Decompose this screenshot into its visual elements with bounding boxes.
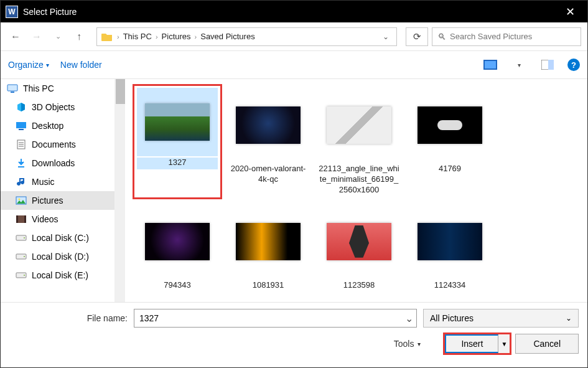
tree-item[interactable]: Pictures <box>1 191 125 210</box>
new-folder-button[interactable]: New folder <box>60 60 102 70</box>
pc-icon <box>7 83 18 94</box>
nav-tree[interactable]: This PC3D ObjectsDesktopDocumentsDownloa… <box>1 79 125 302</box>
address-bar[interactable]: › This PC › Pictures › Saved Pictures ⌄ <box>96 27 397 46</box>
chevron-right-icon: › <box>152 33 162 40</box>
chevron-right-icon: › <box>191 33 201 40</box>
file-thumbnail[interactable]: 41769 <box>406 85 493 198</box>
file-thumbnail[interactable]: 794343 <box>134 202 221 293</box>
word-icon: W <box>6 6 18 18</box>
thumbnail-label: 1327 <box>137 158 218 169</box>
music-icon <box>16 176 27 187</box>
tree-item[interactable]: Local Disk (D:) <box>1 247 125 266</box>
thumbnail-label: 1123598 <box>343 280 375 291</box>
thumbnail-image <box>319 88 399 163</box>
thumbnail-image <box>137 300 218 302</box>
tree-item[interactable]: Music <box>1 172 125 191</box>
tools-menu[interactable]: Tools▾ <box>394 339 421 349</box>
tree-item[interactable]: This PC <box>1 79 125 98</box>
desktop-icon <box>16 120 27 131</box>
thumbnail-label: 2020-omen-valorant-4k-qc <box>228 164 309 185</box>
preview-pane-button[interactable] <box>539 57 556 72</box>
thumbnail-image <box>228 300 309 302</box>
view-dropdown[interactable]: ▾ <box>510 57 528 72</box>
chevron-down-icon: ⌄ <box>566 314 572 323</box>
address-history-dropdown[interactable]: ⌄ <box>379 32 393 41</box>
thumbnail-label: 22113_angle_line_white_minimalist_66199_… <box>319 164 399 196</box>
file-thumbnail[interactable]: 1327 <box>134 85 221 198</box>
file-thumbnail[interactable]: 1123598 <box>315 202 403 293</box>
tree-item[interactable]: Local Disk (C:) <box>1 229 125 247</box>
tree-label: Documents <box>32 139 76 149</box>
tree-item[interactable]: Videos <box>1 210 125 229</box>
svg-rect-12 <box>18 166 24 167</box>
tree-label: This PC <box>23 83 54 93</box>
dialog-title: Select Picture <box>23 7 558 17</box>
tree-label: 3D Objects <box>32 102 75 112</box>
close-button[interactable]: ✕ <box>558 5 582 19</box>
search-icon: 🔍︎ <box>437 32 446 42</box>
footer: File name: ⌄ All Pictures ⌄ Tools▾ Inser… <box>1 303 587 362</box>
filename-input[interactable] <box>134 313 401 323</box>
tree-item[interactable]: 3D Objects <box>1 98 125 116</box>
file-thumbnail[interactable]: 1081931 <box>225 202 312 293</box>
tree-item[interactable]: Local Disk (E:) <box>1 266 125 285</box>
thumbnail-image <box>228 88 309 163</box>
breadcrumb-item[interactable]: Saved Pictures <box>200 32 254 41</box>
thumbnail-label: 41769 <box>439 164 461 174</box>
dl-icon <box>16 158 27 169</box>
file-thumbnail[interactable]: 22113_angle_line_white_minimalist_66199_… <box>315 85 403 198</box>
svg-rect-7 <box>19 129 24 130</box>
tree-label: Music <box>32 177 55 187</box>
title-bar: W Select Picture ✕ <box>1 1 587 22</box>
scrollbar-thumb[interactable] <box>116 79 125 104</box>
tree-label: Videos <box>32 214 58 224</box>
cube-icon <box>16 101 27 113</box>
help-button[interactable]: ? <box>567 59 580 71</box>
disk-icon <box>16 251 27 262</box>
tree-label: Local Disk (D:) <box>32 252 89 262</box>
tree-label: Downloads <box>32 158 75 168</box>
thumbnail-label: 1081931 <box>253 280 284 291</box>
insert-dropdown[interactable]: ▼ <box>498 334 510 353</box>
chevron-right-icon: › <box>113 33 123 40</box>
svg-rect-4 <box>7 85 17 91</box>
thumbnail-label: 1124334 <box>434 280 466 291</box>
file-type-filter[interactable]: All Pictures ⌄ <box>423 309 579 328</box>
insert-button[interactable]: Insert <box>445 334 498 353</box>
up-button[interactable]: ↑ <box>70 28 88 45</box>
svg-point-14 <box>19 199 21 201</box>
thumbnail-image <box>409 204 490 279</box>
filename-dropdown[interactable]: ⌄ <box>401 313 416 324</box>
search-input[interactable] <box>450 32 576 41</box>
forward-button[interactable]: → <box>28 28 45 45</box>
filename-combo[interactable]: ⌄ <box>134 309 417 328</box>
search-box[interactable]: 🔍︎ <box>432 27 581 46</box>
tree-label: Pictures <box>32 196 63 205</box>
svg-rect-5 <box>11 92 14 93</box>
file-thumbnail[interactable]: 2020-omen-valorant-4k-qc <box>225 85 312 198</box>
thumbnail-image <box>137 204 218 279</box>
organize-menu[interactable]: Organize▾ <box>8 60 49 70</box>
back-button[interactable]: ← <box>7 28 24 45</box>
breadcrumb-item[interactable]: This PC <box>123 32 152 41</box>
view-mode-button[interactable] <box>482 57 499 72</box>
breadcrumb-item[interactable]: Pictures <box>162 32 191 41</box>
disk-icon <box>16 270 27 281</box>
tree-item[interactable]: Desktop <box>1 116 125 135</box>
svg-rect-3 <box>548 60 554 70</box>
file-thumbnail[interactable]: 1125041 <box>134 297 221 302</box>
refresh-button[interactable]: ⟳ <box>406 27 428 46</box>
tree-item[interactable]: Documents <box>1 135 125 154</box>
file-thumbnail[interactable]: 1135602 <box>225 297 312 302</box>
recent-dropdown[interactable]: ⌄ <box>49 28 67 45</box>
filename-label: File name: <box>9 313 128 323</box>
file-thumbnail[interactable]: 1124334 <box>406 202 493 293</box>
insert-split-button[interactable]: Insert ▼ <box>444 334 510 354</box>
file-list[interactable]: 13272020-omen-valorant-4k-qc22113_angle_… <box>125 79 587 302</box>
tree-label: Local Disk (C:) <box>32 233 89 243</box>
cancel-button[interactable]: Cancel <box>515 334 579 354</box>
thumbnail-label: 794343 <box>164 280 190 291</box>
nav-bar: ← → ⌄ ↑ › This PC › Pictures › Saved Pic… <box>1 22 587 51</box>
tree-scrollbar[interactable] <box>114 79 125 302</box>
tree-item[interactable]: Downloads <box>1 154 125 172</box>
